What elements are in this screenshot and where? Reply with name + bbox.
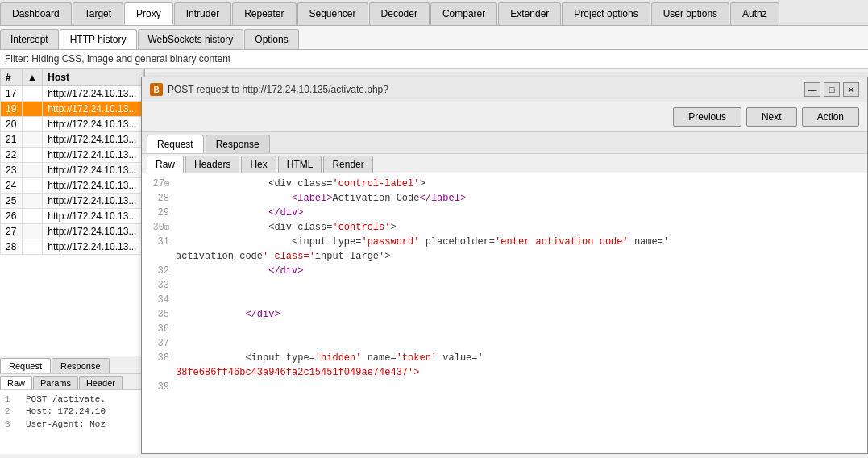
- col-host[interactable]: Host: [43, 69, 144, 86]
- row-num: 20: [1, 117, 23, 132]
- modal-content-tabs: RequestResponse: [142, 132, 867, 154]
- table-row[interactable]: 19http://172.24.10.13...: [1, 102, 144, 117]
- modal-close-button[interactable]: ×: [843, 82, 859, 97]
- line-text: </div>: [176, 206, 303, 220]
- table-row[interactable]: 17http://172.24.10.13...: [1, 86, 144, 102]
- modal-titlebar: B POST request to http://172.24.10.135/a…: [142, 77, 867, 102]
- line-text: </div>: [176, 307, 280, 322]
- row-num: 21: [1, 132, 23, 148]
- top-nav-tab-project-options[interactable]: Project options: [562, 2, 650, 25]
- modal-sub-tabs: RawHeadersHexHTMLRender: [142, 154, 867, 173]
- line-number: 33: [147, 278, 169, 293]
- row-flag: [22, 209, 42, 224]
- modal-minimize-button[interactable]: —: [804, 82, 820, 97]
- filter-text: Filter: Hiding CSS, image and general bi…: [5, 53, 230, 65]
- second-nav-tab-http-history[interactable]: HTTP history: [60, 29, 137, 49]
- modal-sub-tab-headers[interactable]: Headers: [185, 156, 239, 173]
- modal-sub-tab-html[interactable]: HTML: [278, 156, 322, 173]
- modal-dialog: B POST request to http://172.24.10.135/a…: [141, 77, 868, 454]
- row-num: 28: [1, 239, 23, 255]
- line-number: 30: [147, 220, 169, 235]
- line-number: 32: [147, 264, 169, 278]
- top-nav-tab-dashboard[interactable]: Dashboard: [0, 2, 72, 25]
- line-number: [147, 365, 169, 380]
- row-flag: [22, 132, 42, 148]
- inner-tab-raw[interactable]: Raw: [0, 376, 32, 389]
- top-nav-tab-decoder[interactable]: Decoder: [369, 2, 430, 25]
- line-text: User-Agent: Moz: [26, 418, 106, 431]
- table-row[interactable]: 28http://172.24.10.13...: [1, 239, 144, 255]
- modal-sub-tab-raw[interactable]: Raw: [147, 156, 184, 173]
- row-host: http://172.24.10.13...: [43, 102, 144, 117]
- modal-content-tab-request[interactable]: Request: [147, 135, 204, 153]
- row-host: http://172.24.10.13...: [43, 224, 144, 239]
- line-text: <input type='hidden' name='token' value=…: [176, 351, 484, 365]
- modal-code-line: 27 <div class='control-label'>: [147, 177, 862, 191]
- line-text: Host: 172.24.10: [26, 406, 106, 418]
- table-row[interactable]: 23http://172.24.10.13...: [1, 163, 144, 178]
- line-number: 31: [147, 235, 169, 249]
- bottom-code-area: 1POST /activate.2Host: 172.24.103User-Ag…: [0, 390, 144, 434]
- next-button[interactable]: Next: [746, 107, 797, 127]
- modal-code-line: 38fe686ff46bc43a946fa2c15451f049ae74e437…: [147, 365, 862, 380]
- line-number: 35: [147, 307, 169, 322]
- row-num: 25: [1, 194, 23, 209]
- action-button[interactable]: Action: [802, 107, 859, 127]
- top-nav-tab-repeater[interactable]: Repeater: [232, 2, 296, 25]
- modal-code-line: 33: [147, 278, 862, 293]
- top-nav-tab-authz[interactable]: Authz: [730, 2, 779, 25]
- second-nav-tab-intercept[interactable]: Intercept: [0, 29, 59, 49]
- history-table-container: # ▲ Host 17http://172.24.10.13...19http:…: [0, 69, 144, 356]
- line-text: 38fe686ff46bc43a946fa2c15451f049ae74e437…: [176, 365, 419, 380]
- top-nav-tab-sequencer[interactable]: Sequencer: [297, 2, 368, 25]
- top-nav-tab-extender[interactable]: Extender: [498, 2, 561, 25]
- second-nav-tab-options[interactable]: Options: [244, 29, 298, 49]
- row-host: http://172.24.10.13...: [43, 86, 144, 102]
- modal-code-line: 29 </div>: [147, 206, 862, 220]
- table-row[interactable]: 26http://172.24.10.13...: [1, 209, 144, 224]
- row-num: 17: [1, 86, 23, 102]
- modal-content-tab-response[interactable]: Response: [206, 135, 270, 153]
- top-nav-tab-target[interactable]: Target: [73, 2, 123, 25]
- bottom-content-left: RawParamsHeader 1POST /activate.2Host: 1…: [0, 373, 144, 454]
- line-text: </div>: [176, 264, 303, 278]
- row-flag: [22, 224, 42, 239]
- table-row[interactable]: 24http://172.24.10.13...: [1, 178, 144, 194]
- modal-sub-tab-render[interactable]: Render: [323, 156, 372, 173]
- col-num[interactable]: #: [1, 69, 23, 86]
- row-host: http://172.24.10.13...: [43, 239, 144, 255]
- row-num: 23: [1, 163, 23, 178]
- row-num: 22: [1, 148, 23, 163]
- history-table: # ▲ Host 17http://172.24.10.13...19http:…: [0, 69, 144, 255]
- bottom-tab-response[interactable]: Response: [52, 358, 110, 373]
- previous-button[interactable]: Previous: [673, 107, 741, 127]
- modal-code-line: 28 <label>Activation Code</label>: [147, 191, 862, 206]
- row-flag: [22, 178, 42, 194]
- row-host: http://172.24.10.13...: [43, 194, 144, 209]
- modal-actions: Previous Next Action: [142, 102, 867, 132]
- modal-maximize-button[interactable]: □: [824, 82, 840, 97]
- table-row[interactable]: 27http://172.24.10.13...: [1, 224, 144, 239]
- table-row[interactable]: 25http://172.24.10.13...: [1, 194, 144, 209]
- line-text: <div class='control-label'>: [176, 177, 426, 191]
- table-row[interactable]: 22http://172.24.10.13...: [1, 148, 144, 163]
- modal-code-line: 31 <input type='password' placeholder='e…: [147, 235, 862, 249]
- top-nav-tab-proxy[interactable]: Proxy: [124, 2, 173, 25]
- modal-code-line: 34: [147, 293, 862, 307]
- table-row[interactable]: 20http://172.24.10.13...: [1, 117, 144, 132]
- bottom-tabs-left: RequestResponse: [0, 356, 144, 373]
- top-nav-tab-intruder[interactable]: Intruder: [174, 2, 231, 25]
- col-arrow[interactable]: ▲: [22, 69, 42, 86]
- modal-code-line: 38 <input type='hidden' name='token' val…: [147, 351, 862, 365]
- row-host: http://172.24.10.13...: [43, 132, 144, 148]
- second-nav-tab-websockets-history[interactable]: WebSockets history: [138, 29, 244, 49]
- modal-sub-tab-hex[interactable]: Hex: [241, 156, 276, 173]
- bottom-tab-request[interactable]: Request: [0, 358, 51, 373]
- row-num: 26: [1, 209, 23, 224]
- inner-tab-params[interactable]: Params: [33, 376, 78, 389]
- inner-tab-header[interactable]: Header: [79, 376, 123, 389]
- row-host: http://172.24.10.13...: [43, 178, 144, 194]
- top-nav-tab-comparer[interactable]: Comparer: [430, 2, 497, 25]
- table-row[interactable]: 21http://172.24.10.13...: [1, 132, 144, 148]
- top-nav-tab-user-options[interactable]: User options: [651, 2, 729, 25]
